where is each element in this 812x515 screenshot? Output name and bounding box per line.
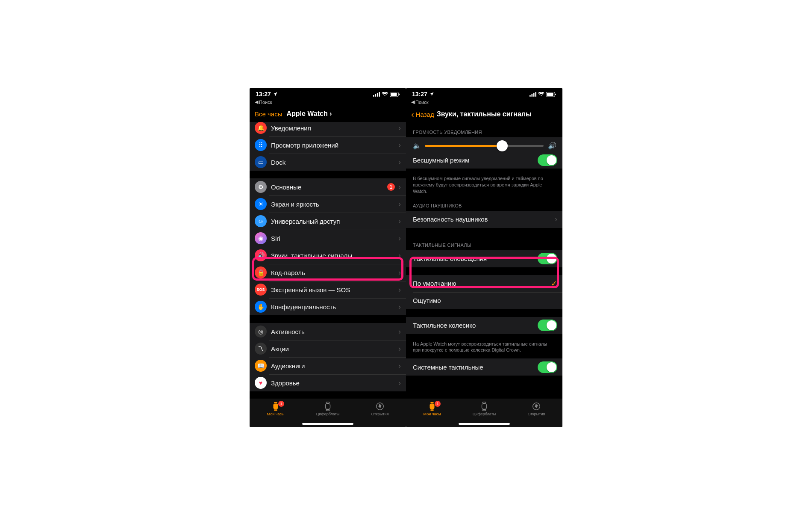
settings-group-1: 🔔 Уведомления › ⠿ Просмотр приложений › … xyxy=(250,122,406,171)
tab-label: Открытия xyxy=(528,412,545,416)
sos-icon: SOS xyxy=(255,284,267,296)
row-notifications[interactable]: 🔔 Уведомления › xyxy=(250,122,406,136)
toggle-silent[interactable] xyxy=(538,154,557,166)
row-general[interactable]: ⚙ Основные 1 › xyxy=(250,178,406,195)
section-header-audio: АУДИО НАУШНИКОВ xyxy=(406,196,562,211)
row-label: Основные xyxy=(271,184,387,191)
section-footer-silent: В бесшумном режиме сигналы уведомлений и… xyxy=(406,173,562,196)
chevron-right-icon: › xyxy=(398,141,401,150)
svg-rect-17 xyxy=(535,92,536,97)
group-system: Системные тактильные xyxy=(406,358,562,376)
checkmark-icon: ✓ xyxy=(551,279,557,288)
home-indicator[interactable] xyxy=(302,423,353,425)
stocks-icon: 〽 xyxy=(255,343,267,355)
hand-icon: ✋ xyxy=(255,301,267,313)
brightness-icon: ☀ xyxy=(255,198,267,210)
row-sounds-haptics[interactable]: 🔊 Звуки, тактильные сигналы › xyxy=(250,247,406,264)
svg-rect-26 xyxy=(482,409,485,411)
home-indicator[interactable] xyxy=(459,423,510,425)
row-sos[interactable]: SOS Экстренный вызов — SOS › xyxy=(250,281,406,298)
row-label: Уведомления xyxy=(271,124,398,132)
row-audiobooks[interactable]: 📖 Аудиокниги › xyxy=(250,357,406,374)
volume-slider[interactable] xyxy=(425,145,544,147)
settings-scroll[interactable]: 🔔 Уведомления › ⠿ Просмотр приложений › … xyxy=(250,122,406,399)
svg-rect-10 xyxy=(326,404,330,409)
svg-rect-21 xyxy=(430,404,435,409)
row-label: Системные тактильные xyxy=(413,364,538,371)
chevron-left-icon[interactable]: ‹ xyxy=(411,110,414,118)
back-to-search[interactable]: ◀ Поиск xyxy=(406,98,562,107)
svg-rect-2 xyxy=(377,92,378,96)
nav-title: Звуки, тактильные сигналы xyxy=(437,110,532,118)
row-label: Тактильные оповещения xyxy=(413,255,538,262)
sounds-scroll[interactable]: ГРОМКОСТЬ УВЕДОМЛЕНИЯ 🔈 🔊 Бесшумный режи… xyxy=(406,123,562,399)
group-crown: Тактильное колесико xyxy=(406,317,562,334)
row-crown-haptics[interactable]: Тактильное колесико xyxy=(406,317,562,334)
row-accessibility[interactable]: ☺ Универсальный доступ › xyxy=(250,213,406,230)
chevron-right-icon: › xyxy=(398,302,401,311)
row-health[interactable]: ♥ Здоровье › xyxy=(250,374,406,391)
svg-rect-7 xyxy=(274,404,278,409)
tab-discover[interactable]: Открытия xyxy=(354,399,406,427)
svg-rect-3 xyxy=(379,92,380,97)
row-default[interactable]: По умолчанию ✓ xyxy=(406,275,562,292)
svg-rect-11 xyxy=(326,402,329,403)
back-button[interactable]: Назад xyxy=(416,111,434,118)
row-label: Акции xyxy=(271,345,398,352)
row-siri[interactable]: ◉ Siri › xyxy=(250,230,406,247)
svg-rect-9 xyxy=(274,409,277,411)
group-haptic-strength: По умолчанию ✓ Ощутимо xyxy=(406,275,562,309)
row-activity[interactable]: ◎ Активность › xyxy=(250,323,406,340)
row-headphone-safety[interactable]: Безопасность наушников › xyxy=(406,211,562,228)
row-passcode[interactable]: 🔒 Код-пароль › xyxy=(250,264,406,281)
watchface-icon xyxy=(479,402,489,411)
row-label: По умолчанию xyxy=(413,280,551,287)
svg-rect-24 xyxy=(482,404,487,409)
speaker-icon: 🔊 xyxy=(255,249,267,261)
screenshot-left-watch-settings: 13:27 ◀ Поиск Все часы Apple Watch › 🔔 У… xyxy=(250,88,406,427)
location-icon xyxy=(273,92,278,97)
all-watches-link[interactable]: Все часы xyxy=(255,110,282,118)
slider-thumb[interactable] xyxy=(497,140,508,151)
volume-low-icon: 🔈 xyxy=(413,142,421,150)
svg-rect-25 xyxy=(482,402,485,403)
volume-high-icon: 🔊 xyxy=(548,142,556,150)
row-system-haptics[interactable]: Системные тактильные xyxy=(406,358,562,376)
group-volume: 🔈 🔊 Бесшумный режим xyxy=(406,137,562,169)
section-header-volume: ГРОМКОСТЬ УВЕДОМЛЕНИЯ xyxy=(406,123,562,137)
cellular-icon xyxy=(373,92,380,97)
svg-rect-6 xyxy=(399,93,400,95)
tab-my-watch[interactable]: 1 Мои часы xyxy=(250,399,302,427)
toggle-crown[interactable] xyxy=(538,320,557,331)
row-label: Бесшумный режим xyxy=(413,157,538,164)
compass-icon xyxy=(375,402,385,411)
svg-rect-20 xyxy=(555,93,556,95)
row-app-layout[interactable]: ⠿ Просмотр приложений › xyxy=(250,136,406,154)
row-label: Экстренный вызов — SOS xyxy=(271,286,398,293)
tab-my-watch[interactable]: 1 Мои часы xyxy=(406,399,458,427)
nav-title: Apple Watch › xyxy=(286,110,332,118)
back-to-search[interactable]: ◀ Поиск xyxy=(250,98,406,107)
chevron-right-icon: › xyxy=(398,234,401,243)
nav-header: Все часы Apple Watch › xyxy=(250,107,406,122)
tab-badge: 1 xyxy=(278,401,284,407)
location-icon xyxy=(429,92,434,97)
tab-discover[interactable]: Открытия xyxy=(510,399,562,427)
battery-icon xyxy=(546,92,556,97)
toggle-haptic-alerts[interactable] xyxy=(538,253,557,264)
row-privacy[interactable]: ✋ Конфиденциальность › xyxy=(250,298,406,315)
status-time: 13:27 xyxy=(412,91,427,98)
toggle-system[interactable] xyxy=(538,361,557,373)
tab-label: Мои часы xyxy=(267,412,285,416)
status-bar: 13:27 xyxy=(250,88,406,98)
row-label: Siri xyxy=(271,235,398,242)
section-footer-crown: На Apple Watch могут воспроизводиться та… xyxy=(406,338,562,355)
tab-label: Циферблаты xyxy=(473,412,496,416)
row-display[interactable]: ☀ Экран и яркость › xyxy=(250,195,406,213)
row-haptic-alerts[interactable]: Тактильные оповещения xyxy=(406,250,562,267)
tab-badge: 1 xyxy=(435,401,441,407)
row-prominent[interactable]: Ощутимо xyxy=(406,292,562,309)
row-silent-mode[interactable]: Бесшумный режим xyxy=(406,151,562,169)
row-dock[interactable]: ▭ Dock › xyxy=(250,154,406,171)
row-stocks[interactable]: 〽 Акции › xyxy=(250,340,406,357)
